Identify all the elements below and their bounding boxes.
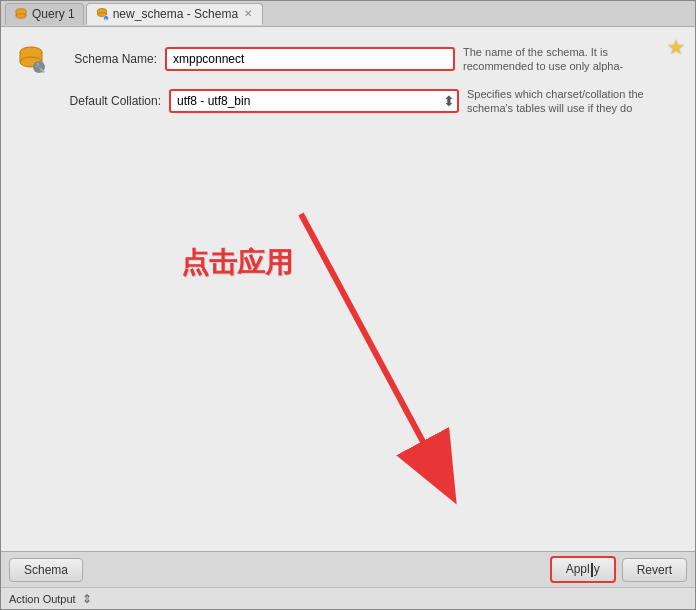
schema-db-icon: 🔧 [13, 41, 49, 77]
schema-name-label: Schema Name: [57, 52, 157, 66]
svg-line-20 [301, 214, 451, 494]
schema-name-input[interactable] [165, 47, 455, 71]
schema-button[interactable]: Schema [9, 558, 83, 582]
database-icon [14, 7, 28, 21]
schema-name-row: 🔧 Schema Name: The name of the schema. I… [13, 41, 683, 77]
svg-text:🔧: 🔧 [34, 62, 46, 74]
collation-select-wrapper: utf8 - utf8_bin utf8 - utf8_general_ci l… [169, 89, 459, 113]
tab-new-schema-label: new_schema - Schema [113, 7, 238, 21]
revert-button[interactable]: Revert [622, 558, 687, 582]
status-bar: Action Output ⇕ [1, 587, 695, 609]
main-body: 点击应用 [1, 124, 695, 551]
tab-query1-label: Query 1 [32, 7, 75, 21]
annotation-text: 点击应用 [181, 244, 293, 282]
apply-button-label: Appl [566, 562, 590, 576]
action-output-label: Action Output [9, 593, 76, 605]
schema-name-hint: The name of the schema. It is recommende… [463, 45, 663, 74]
apply-button-label-end: y [594, 562, 600, 576]
svg-point-2 [16, 14, 26, 18]
bottom-toolbar: Schema Apply Revert [1, 551, 695, 587]
form-area: 🔧 Schema Name: The name of the schema. I… [1, 27, 695, 124]
main-window: Query 1 + new_schema - Schema ✕ ★ [0, 0, 696, 610]
star-icon[interactable]: ★ [667, 35, 685, 59]
content-area: ★ 🔧 Schema N [1, 27, 695, 551]
collation-hint: Specifies which charset/collation the sc… [467, 87, 667, 116]
apply-button[interactable]: Apply [550, 556, 616, 583]
text-cursor [591, 563, 593, 577]
collation-select[interactable]: utf8 - utf8_bin utf8 - utf8_general_ci l… [171, 91, 457, 111]
status-sort-icon[interactable]: ⇕ [82, 592, 92, 606]
tab-new-schema[interactable]: + new_schema - Schema ✕ [86, 3, 263, 25]
tab-close-button[interactable]: ✕ [242, 8, 254, 20]
tab-bar: Query 1 + new_schema - Schema ✕ [1, 1, 695, 27]
schema-tab-icon: + [95, 7, 109, 21]
tab-query1[interactable]: Query 1 [5, 3, 84, 25]
collation-row: Default Collation: utf8 - utf8_bin utf8 … [13, 87, 683, 116]
collation-label: Default Collation: [61, 94, 161, 108]
